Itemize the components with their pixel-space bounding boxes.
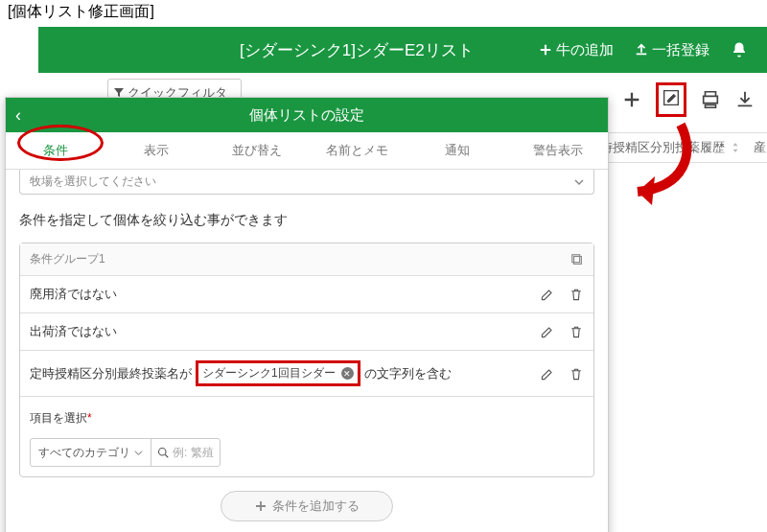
item-select-row: 項目を選択* すべてのカテゴリ 例: 繁殖 — [20, 396, 593, 476]
sort-icon[interactable] — [731, 143, 740, 152]
print-icon[interactable] — [700, 89, 721, 110]
category-select[interactable]: すべてのカテゴリ — [31, 439, 151, 466]
download-icon[interactable] — [734, 89, 755, 110]
tab-display[interactable]: 表示 — [106, 132, 207, 169]
page-label: [個体リスト修正画面] — [8, 2, 154, 22]
select-label: 項目を選択 — [30, 411, 87, 425]
bulk-register-label: 一括登録 — [652, 41, 709, 59]
tab-sort[interactable]: 並び替え — [206, 132, 307, 169]
page-title: [シダーシンク1]シダーE2リスト — [240, 39, 474, 61]
item-search[interactable]: 例: 繁殖 — [151, 445, 220, 461]
add-condition-label: 条件を追加する — [272, 497, 360, 515]
add-condition-button[interactable]: 条件を追加する — [221, 491, 393, 521]
add-cow-button[interactable]: 牛の追加 — [539, 41, 614, 59]
pencil-icon[interactable] — [540, 287, 555, 302]
annotation-arrow — [604, 115, 719, 220]
search-icon — [157, 447, 169, 458]
group-title: 条件グループ1 — [30, 251, 105, 267]
pencil-icon[interactable] — [540, 366, 555, 382]
annotation-box: シダーシンク1回目シダー ✕ — [196, 360, 360, 386]
plus-icon — [255, 500, 267, 512]
trash-icon[interactable] — [569, 287, 584, 302]
condition-row: 定時授精区分別最終投薬名が シダーシンク1回目シダー ✕ の文字列を含む — [20, 350, 593, 396]
tab-bar: 条件 表示 並び替え 名前とメモ 通知 警告表示 — [6, 132, 608, 170]
farm-select[interactable]: 牧場を選択してください — [19, 170, 594, 195]
filter-chip[interactable]: シダーシンク1回目シダー ✕ — [202, 365, 354, 382]
plus-icon[interactable] — [621, 89, 642, 110]
main-header: [シダーシンク1]シダーE2リスト 牛の追加 一括登録 — [38, 27, 767, 73]
tab-warning[interactable]: 警告表示 — [507, 132, 608, 169]
condition-group: 条件グループ1 廃用済ではない 出荷済ではない 定時授精区分別最終投薬名が — [19, 243, 594, 477]
edit-highlight — [656, 82, 686, 117]
chevron-down-icon — [134, 449, 143, 457]
copy-icon[interactable] — [570, 253, 584, 266]
tab-notify[interactable]: 通知 — [407, 132, 508, 169]
search-placeholder: 例: 繁殖 — [173, 445, 214, 461]
panel-title: 個体リストの設定 — [249, 106, 364, 125]
bulk-register-button[interactable]: 一括登録 — [635, 41, 709, 59]
chip-label: シダーシンク1回目シダー — [202, 365, 336, 382]
panel-header: ‹ 個体リストの設定 — [6, 98, 608, 132]
add-cow-label: 牛の追加 — [556, 41, 614, 59]
condition-text-post: の文字列を含む — [364, 365, 452, 382]
col-label-2: 産 — [754, 139, 766, 156]
trash-icon[interactable] — [569, 366, 584, 382]
condition-text: 廃用済ではない — [30, 286, 117, 303]
svg-point-2 — [159, 449, 167, 456]
settings-panel: ‹ 個体リストの設定 条件 表示 並び替え 名前とメモ 通知 警告表示 牧場を選… — [5, 97, 609, 532]
tab-name-memo[interactable]: 名前とメモ — [307, 132, 407, 169]
tab-conditions[interactable]: 条件 — [6, 132, 106, 169]
back-chevron-icon[interactable]: ‹ — [15, 105, 21, 126]
chevron-down-icon — [574, 177, 584, 187]
col-label: 時授精区分別投薬履歴 — [600, 139, 725, 156]
pencil-icon[interactable] — [540, 324, 555, 339]
condition-text-pre: 定時授精区分別最終投薬名が — [30, 365, 192, 382]
trash-icon[interactable] — [569, 324, 584, 339]
condition-text: 出荷済ではない — [30, 323, 117, 340]
edit-icon[interactable] — [661, 87, 682, 108]
condition-row: 出荷済ではない — [20, 312, 593, 350]
farm-select-placeholder: 牧場を選択してください — [30, 173, 156, 190]
category-label: すべてのカテゴリ — [38, 445, 130, 461]
table-header: 時授精区分別投薬履歴 産 — [594, 132, 767, 163]
bell-icon[interactable] — [731, 41, 748, 58]
conditions-description: 条件を指定して個体を絞り込む事ができます — [19, 212, 594, 229]
condition-row: 廃用済ではない — [20, 275, 593, 312]
chip-remove-icon[interactable]: ✕ — [341, 367, 354, 380]
